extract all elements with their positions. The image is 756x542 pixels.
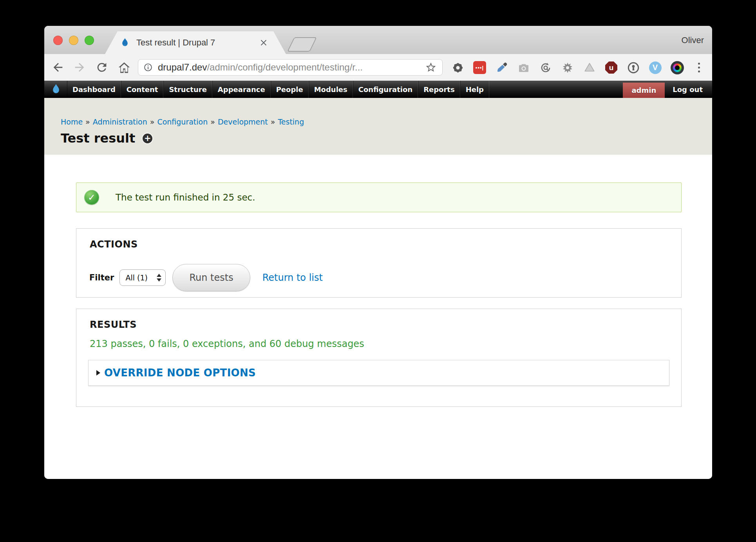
color-picker-icon[interactable] (495, 61, 508, 74)
password-manager-icon[interactable]: •••| (473, 61, 487, 74)
userscript-manager-icon[interactable] (561, 61, 574, 74)
page-title-row: Test result + (61, 131, 712, 146)
page-title: Test result (61, 131, 135, 146)
toolbar-menu-item[interactable]: Appearance (212, 81, 271, 98)
toolbar-menu-item[interactable]: Structure (163, 81, 212, 98)
toolbar-logout-link[interactable]: Log out (665, 81, 712, 98)
reload-icon[interactable] (95, 61, 109, 74)
breadcrumb-link[interactable]: Administration (93, 117, 147, 126)
browser-navbar: drupal7.dev/admin/config/development/tes… (44, 54, 712, 81)
fullscreen-window-button[interactable] (85, 36, 94, 45)
breadcrumb-separator: » (271, 117, 275, 126)
return-to-list-link[interactable]: Return to list (262, 272, 323, 283)
forward-icon[interactable] (73, 61, 86, 74)
toolbar-menu-item[interactable]: Reports (418, 81, 460, 98)
breadcrumb-link[interactable]: Home (61, 117, 83, 126)
breadcrumb-separator: » (85, 117, 90, 126)
status-ok-icon: ✓ (84, 190, 99, 205)
tab-close-icon[interactable] (259, 38, 269, 48)
url-host: drupal7.dev (158, 62, 207, 72)
select-arrows-icon (157, 274, 161, 282)
profile-name[interactable]: Oliver (682, 35, 704, 45)
desktop-background: Test result | Drupal 7 Oliver (0, 0, 756, 542)
ublock-origin-icon[interactable]: u (604, 61, 618, 74)
breadcrumb-separator: » (150, 117, 155, 126)
extensions-bar: •••| u (451, 61, 706, 74)
back-icon[interactable] (51, 61, 65, 74)
run-tests-button[interactable]: Run tests (172, 264, 250, 291)
toolbar-menu: DashboardContentStructureAppearancePeopl… (67, 81, 489, 98)
url-path: /admin/config/development/testing/r... (207, 62, 363, 72)
password-vault-icon[interactable] (626, 61, 640, 74)
tab-title: Test result | Drupal 7 (136, 38, 215, 48)
session-restore-icon[interactable] (539, 61, 552, 74)
status-message-box: ✓ The test run finished in 25 sec. (76, 182, 682, 212)
drupal-admin-toolbar: DashboardContentStructureAppearancePeopl… (44, 81, 712, 98)
override-node-options-link[interactable]: OVERRIDE NODE OPTIONS (96, 367, 256, 379)
toolbar-menu-item[interactable]: Configuration (353, 81, 418, 98)
toolbar-user-area: admin Log out (623, 81, 712, 98)
bookmark-star-icon[interactable] (425, 61, 437, 73)
close-window-button[interactable] (53, 36, 63, 45)
url-text: drupal7.dev/admin/config/development/tes… (158, 62, 363, 73)
toolbar-user-admin[interactable]: admin (623, 83, 665, 98)
filter-row: Filter All (1) Run tests Return to list (89, 264, 681, 291)
actions-heading: ACTIONS (90, 239, 681, 250)
results-heading: RESULTS (90, 319, 669, 330)
breadcrumb: Home»Administration»Configuration»Develo… (61, 117, 712, 126)
camera-lens-icon[interactable] (670, 61, 684, 74)
page-header: Home»Administration»Configuration»Develo… (44, 98, 712, 155)
toolbar-menu-item[interactable]: People (271, 81, 309, 98)
settings-gear-icon[interactable] (451, 61, 465, 74)
toolbar-menu-item[interactable]: Content (121, 81, 164, 98)
collapsed-arrow-icon (96, 370, 100, 376)
drupal-favicon-icon (120, 38, 130, 48)
override-node-options-fieldset: OVERRIDE NODE OPTIONS (88, 360, 669, 386)
cloud-drive-icon[interactable] (582, 61, 596, 74)
home-icon[interactable] (118, 61, 131, 74)
actions-panel: ACTIONS Filter All (1) Run tests Return … (76, 228, 682, 298)
drupal-logo-icon[interactable] (44, 81, 67, 98)
results-panel: RESULTS 213 passes, 0 fails, 0 exception… (76, 309, 682, 407)
page-content: ✓ The test run finished in 25 sec. ACTIO… (44, 155, 712, 479)
filter-label: Filter (89, 273, 114, 282)
browser-window: Test result | Drupal 7 Oliver (44, 26, 712, 479)
browser-menu-icon[interactable] (692, 61, 706, 74)
breadcrumb-link[interactable]: Configuration (157, 117, 208, 126)
fieldset-label: OVERRIDE NODE OPTIONS (104, 367, 256, 379)
address-bar[interactable]: drupal7.dev/admin/config/development/tes… (138, 59, 443, 76)
filter-select-value: All (1) (125, 273, 148, 282)
test-pass-summary: 213 passes, 0 fails, 0 exceptions, and 6… (90, 338, 669, 349)
status-message-text: The test run finished in 25 sec. (116, 192, 255, 202)
toolbar-menu-item[interactable]: Dashboard (67, 81, 121, 98)
toolbar-menu-item[interactable]: Help (460, 81, 489, 98)
new-tab-button[interactable] (287, 37, 317, 52)
minimize-window-button[interactable] (69, 36, 78, 45)
screenshot-camera-icon[interactable] (517, 61, 530, 74)
browser-titlebar[interactable]: Test result | Drupal 7 Oliver (44, 26, 712, 54)
browser-tab[interactable]: Test result | Drupal 7 (105, 31, 286, 54)
add-shortcut-icon[interactable]: + (143, 134, 152, 143)
v-badge-icon[interactable]: V (648, 61, 662, 74)
window-controls (53, 36, 94, 45)
breadcrumb-link[interactable]: Development (218, 117, 268, 126)
page-info-icon[interactable] (143, 62, 153, 72)
breadcrumb-link[interactable]: Testing (278, 117, 304, 126)
filter-select[interactable]: All (1) (119, 269, 166, 286)
toolbar-menu-item[interactable]: Modules (309, 81, 353, 98)
breadcrumb-separator: » (210, 117, 215, 126)
